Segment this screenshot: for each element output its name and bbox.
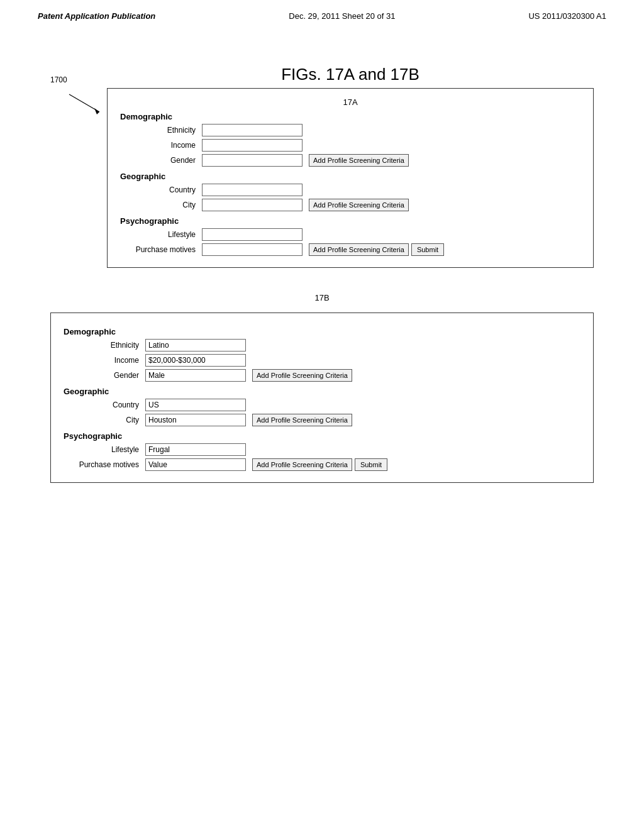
form-row: CityAdd Profile Screening Criteria <box>120 199 580 211</box>
form-row: Country <box>120 184 580 196</box>
field-label: Gender <box>120 156 202 165</box>
arrow-svg <box>50 88 107 126</box>
field-input[interactable] <box>202 184 303 196</box>
section-heading: Psychographic <box>120 216 580 226</box>
submit-button[interactable]: Submit <box>355 458 387 471</box>
add-profile-screening-criteria-button[interactable]: Add Profile Screening Criteria <box>309 154 409 167</box>
field-input[interactable] <box>145 399 246 411</box>
field-label: Country <box>64 401 145 409</box>
field-input[interactable] <box>202 124 303 136</box>
field-input[interactable] <box>145 414 246 426</box>
fig-17b-label: 17B <box>50 293 594 302</box>
form-row: Purchase motivesAdd Profile Screening Cr… <box>120 243 580 256</box>
field-input[interactable] <box>202 154 303 167</box>
form-row: Ethnicity <box>64 339 580 351</box>
publication-label: Patent Application Publication <box>38 11 155 21</box>
section-heading: Geographic <box>64 387 580 396</box>
form-row: Income <box>120 139 580 152</box>
section-heading: Psychographic <box>64 431 580 441</box>
field-input[interactable] <box>145 354 246 367</box>
fig-17a-label: 17A <box>120 97 580 107</box>
field-label: City <box>120 201 202 209</box>
section-heading: Demographic <box>64 327 580 336</box>
field-label: Ethnicity <box>64 341 145 350</box>
fig-17b-box: DemographicEthnicityIncomeGenderAdd Prof… <box>50 313 594 483</box>
field-label: Country <box>120 185 202 194</box>
form-row: Lifestyle <box>64 443 580 456</box>
add-profile-screening-criteria-button[interactable]: Add Profile Screening Criteria <box>252 458 352 471</box>
form-row: Ethnicity <box>120 124 580 136</box>
field-input[interactable] <box>202 228 303 241</box>
form-row: CityAdd Profile Screening Criteria <box>64 414 580 426</box>
form-row: Lifestyle <box>120 228 580 241</box>
field-label: City <box>64 416 145 424</box>
field-input[interactable] <box>202 243 303 256</box>
fig-title: FIGs. 17A and 17B <box>281 65 419 84</box>
sheet-info: Dec. 29, 2011 Sheet 20 of 31 <box>289 11 395 21</box>
field-label: Ethnicity <box>120 126 202 135</box>
submit-button[interactable]: Submit <box>411 243 444 256</box>
field-label: Purchase motives <box>120 245 202 254</box>
form-row: GenderAdd Profile Screening Criteria <box>64 369 580 382</box>
field-input[interactable] <box>145 369 246 382</box>
field-label: Income <box>120 141 202 150</box>
field-input[interactable] <box>145 458 246 471</box>
fig-1700-label: 1700 <box>50 75 107 84</box>
field-input[interactable] <box>145 339 246 351</box>
field-label: Lifestyle <box>120 230 202 239</box>
form-row: Purchase motivesAdd Profile Screening Cr… <box>64 458 580 471</box>
field-input[interactable] <box>145 443 246 456</box>
section-heading: Demographic <box>120 112 580 121</box>
main-content: 1700 FIGs. 17A and 17B 17A DemographicEt… <box>0 27 644 508</box>
form-row: GenderAdd Profile Screening Criteria <box>120 154 580 167</box>
field-input[interactable] <box>202 199 303 211</box>
form-row: Country <box>64 399 580 411</box>
add-profile-screening-criteria-button[interactable]: Add Profile Screening Criteria <box>252 414 352 426</box>
field-label: Purchase motives <box>64 460 145 469</box>
field-input[interactable] <box>202 139 303 152</box>
add-profile-screening-criteria-button[interactable]: Add Profile Screening Criteria <box>309 199 409 211</box>
section-heading: Geographic <box>120 172 580 181</box>
add-profile-screening-criteria-button[interactable]: Add Profile Screening Criteria <box>252 369 352 382</box>
add-profile-screening-criteria-button[interactable]: Add Profile Screening Criteria <box>309 243 409 256</box>
field-label: Gender <box>64 371 145 380</box>
field-label: Income <box>64 356 145 365</box>
page-header: Patent Application Publication Dec. 29, … <box>0 0 644 27</box>
form-row: Income <box>64 354 580 367</box>
patent-number: US 2011/0320300 A1 <box>528 11 606 21</box>
field-label: Lifestyle <box>64 445 145 454</box>
fig-17a-box: 17A DemographicEthnicityIncomeGenderAdd … <box>107 88 594 268</box>
